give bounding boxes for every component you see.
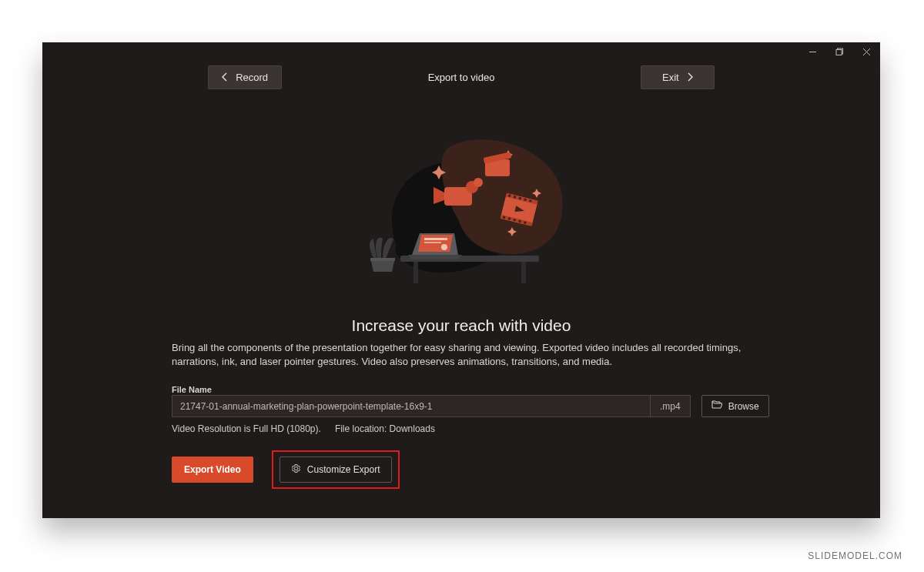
annotation-highlight: Customize Export — [272, 450, 400, 489]
meta-row: Video Resolution is Full HD (1080p). Fil… — [172, 423, 435, 434]
description: Bring all the components of the presenta… — [172, 341, 762, 368]
svg-point-36 — [441, 244, 447, 250]
exit-button[interactable]: Exit — [641, 65, 715, 89]
exit-label: Exit — [662, 72, 679, 83]
svg-rect-35 — [424, 242, 441, 243]
back-record-button[interactable]: Record — [208, 65, 282, 89]
svg-rect-30 — [413, 262, 418, 283]
file-name-label: File Name — [172, 385, 212, 394]
back-record-label: Record — [236, 72, 268, 83]
page-title: Export to video — [428, 72, 495, 83]
customize-export-button[interactable]: Customize Export — [280, 457, 392, 483]
folder-open-icon — [711, 400, 722, 412]
svg-marker-37 — [408, 255, 462, 259]
resolution-text: Video Resolution is Full HD (1080p). — [172, 423, 321, 434]
file-location-text: File location: Downloads — [335, 423, 435, 434]
svg-rect-39 — [370, 258, 395, 261]
action-row: Export Video Customize Export — [172, 450, 400, 489]
svg-point-13 — [474, 178, 483, 187]
svg-rect-31 — [521, 262, 526, 283]
svg-rect-2 — [836, 50, 842, 55]
export-video-button[interactable]: Export Video — [172, 457, 253, 483]
svg-rect-34 — [424, 238, 447, 240]
gear-icon — [291, 463, 301, 476]
minimize-icon[interactable] — [808, 48, 817, 56]
app-window: Record Export to video Exit — [42, 42, 880, 518]
browse-button[interactable]: Browse — [701, 395, 769, 417]
export-illustration — [335, 119, 597, 296]
headline: Increase your reach with video — [42, 316, 880, 335]
window-controls — [808, 48, 871, 56]
close-icon[interactable] — [862, 48, 871, 56]
top-bar: Record Export to video Exit — [42, 61, 880, 93]
watermark: SLIDEMODEL.COM — [808, 550, 902, 561]
chevron-left-icon — [221, 72, 228, 82]
browse-label: Browse — [728, 401, 759, 412]
export-video-label: Export Video — [184, 464, 241, 475]
file-extension-badge: .mp4 — [651, 395, 691, 417]
chevron-right-icon — [687, 72, 694, 82]
file-name-row: .mp4 Browse — [172, 395, 769, 417]
file-name-input[interactable] — [172, 395, 651, 417]
restore-icon[interactable] — [835, 48, 844, 56]
customize-export-label: Customize Export — [307, 464, 380, 475]
